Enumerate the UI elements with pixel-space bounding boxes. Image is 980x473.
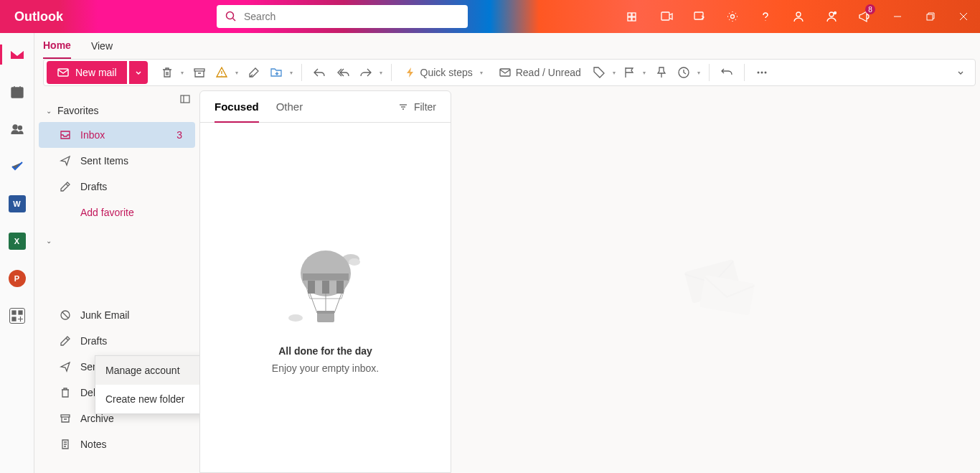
svg-point-30: [760, 72, 763, 74]
drafts-2-label: Drafts: [80, 335, 107, 347]
add-favorite-link[interactable]: Add favorite: [39, 200, 195, 225]
folder-inbox[interactable]: Inbox 3: [39, 122, 195, 148]
notes-label: Notes: [80, 439, 107, 450]
svg-point-29: [757, 72, 759, 74]
tag-button[interactable]: ▾: [590, 61, 618, 84]
svg-point-52: [288, 314, 303, 322]
snooze-button[interactable]: ▾: [674, 61, 703, 84]
app-name: Outlook: [0, 9, 80, 24]
read-unread-button[interactable]: Read / Unread: [491, 61, 588, 84]
rail-powerpoint-icon[interactable]: P: [7, 268, 27, 289]
whats-new-icon[interactable]: 8: [848, 0, 881, 33]
new-mail-chevron[interactable]: [129, 61, 148, 84]
empty-title: All done for the day: [278, 345, 372, 357]
ctx-manage-account[interactable]: Manage account: [95, 356, 199, 385]
chevron-down-icon: ⌄: [46, 107, 52, 115]
empty-subtitle: Enjoy your empty inbox.: [272, 362, 379, 374]
account-icon[interactable]: [782, 0, 815, 33]
balloon-illustration: [283, 245, 369, 331]
rail-word-icon[interactable]: W: [7, 194, 27, 214]
more-options-button[interactable]: [750, 61, 773, 84]
window-controls: [881, 0, 980, 33]
quick-steps-button[interactable]: Quick steps ▾: [397, 61, 490, 84]
search-input[interactable]: [244, 11, 459, 22]
new-mail-button[interactable]: New mail: [47, 61, 127, 84]
tab-focused[interactable]: Focused: [215, 91, 259, 122]
undo-button[interactable]: [715, 61, 738, 84]
svg-point-0: [227, 12, 234, 19]
bolt-icon: [405, 67, 416, 78]
delete-button[interactable]: ▾: [158, 61, 187, 84]
maximize-button[interactable]: [914, 0, 947, 33]
quick-steps-label: Quick steps: [420, 67, 473, 78]
message-list-header: Focused Other Filter: [200, 91, 451, 123]
teams-icon[interactable]: [650, 0, 683, 33]
meet-now-icon[interactable]: [617, 0, 650, 33]
pane-collapse-icon[interactable]: [179, 93, 191, 105]
inbox-count: 3: [176, 129, 188, 141]
report-button[interactable]: ▾: [212, 61, 241, 84]
forward-button[interactable]: ▾: [357, 61, 385, 84]
rail-people-icon[interactable]: [7, 119, 27, 139]
notes-icon: [59, 439, 72, 450]
folder-notes[interactable]: Notes: [39, 431, 195, 457]
rail-todo-icon[interactable]: [7, 156, 27, 177]
close-button[interactable]: [947, 0, 980, 33]
svg-line-1: [233, 19, 236, 22]
svg-point-9: [796, 12, 801, 17]
ribbon-collapse-button[interactable]: [949, 61, 972, 84]
folder-drafts-2[interactable]: Drafts: [39, 328, 195, 354]
svg-point-41: [349, 258, 360, 266]
archive-icon: [59, 413, 72, 424]
move-button[interactable]: ▾: [267, 61, 296, 84]
rail-mail-icon[interactable]: [7, 45, 27, 65]
reply-all-button[interactable]: [332, 61, 355, 84]
svg-rect-23: [19, 311, 22, 314]
svg-rect-36: [61, 415, 70, 417]
pin-button[interactable]: [650, 61, 673, 84]
notifications-icon[interactable]: [815, 0, 848, 33]
favorites-section[interactable]: ⌄ Favorites: [39, 99, 195, 122]
svg-rect-26: [194, 69, 204, 71]
search-box[interactable]: [217, 5, 468, 28]
svg-rect-43: [303, 273, 349, 281]
notification-badge: 8: [865, 4, 875, 14]
svg-rect-25: [58, 69, 68, 76]
minimize-button[interactable]: [881, 0, 914, 33]
svg-rect-22: [12, 311, 16, 314]
reply-button[interactable]: [308, 61, 331, 84]
svg-rect-44: [308, 281, 315, 294]
reading-empty-illustration: [666, 239, 767, 325]
favorites-label: Favorites: [57, 105, 99, 116]
ctx-create-folder[interactable]: Create new folder: [95, 385, 199, 413]
folder-drafts[interactable]: Drafts: [39, 174, 195, 200]
title-bar: Outlook 8: [0, 0, 980, 33]
title-icons: 8: [617, 0, 881, 33]
tab-view[interactable]: View: [91, 33, 113, 59]
settings-icon[interactable]: [716, 0, 749, 33]
svg-point-11: [834, 12, 837, 14]
folder-junk[interactable]: Junk Email: [39, 302, 195, 328]
inbox-icon: [59, 129, 72, 141]
rail-more-apps-icon[interactable]: [7, 306, 27, 326]
svg-rect-24: [12, 317, 16, 321]
svg-point-8: [731, 15, 735, 19]
sweep-button[interactable]: [242, 61, 265, 84]
rail-excel-icon[interactable]: X: [7, 231, 27, 251]
svg-rect-51: [317, 311, 334, 314]
folder-pane: ⌄ Favorites Inbox 3 Sent Items Draf: [34, 90, 199, 473]
account-section[interactable]: ⌄: [39, 231, 195, 250]
left-rail: W X P: [0, 33, 34, 473]
flag-button[interactable]: ▾: [620, 61, 649, 84]
tab-other[interactable]: Other: [276, 91, 303, 122]
context-menu: Manage account Create new folder: [95, 355, 199, 414]
filter-button[interactable]: Filter: [398, 101, 436, 113]
rail-calendar-icon[interactable]: [7, 82, 27, 102]
folder-sent[interactable]: Sent Items: [39, 148, 195, 174]
inbox-label: Inbox: [80, 129, 105, 141]
trash-icon: [59, 387, 72, 398]
tips-icon[interactable]: [683, 0, 716, 33]
tab-home[interactable]: Home: [43, 33, 71, 59]
help-icon[interactable]: [749, 0, 782, 33]
archive-button[interactable]: [188, 61, 211, 84]
